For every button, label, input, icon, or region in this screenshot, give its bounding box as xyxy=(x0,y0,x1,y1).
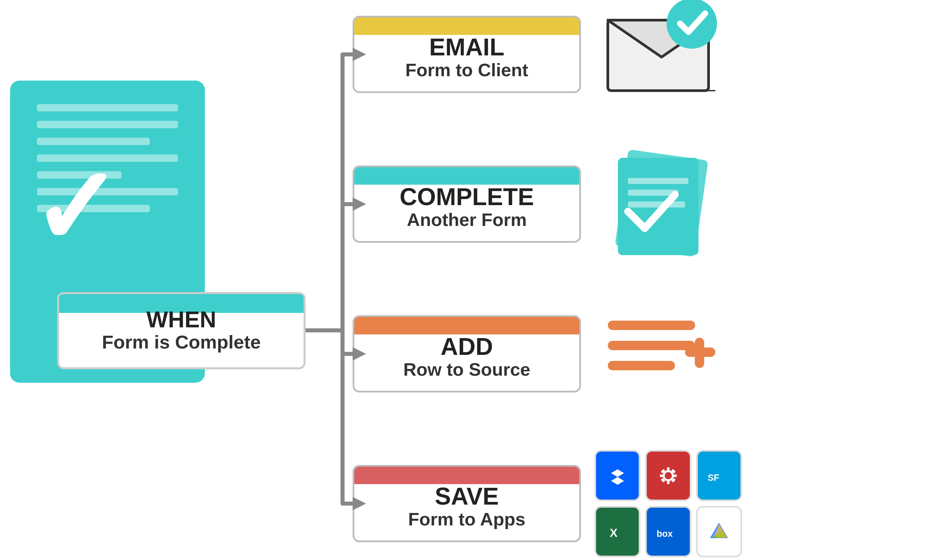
complete-box-content: COMPLETE Another Form xyxy=(400,174,534,241)
save-apps-icon: SF X box xyxy=(594,450,742,557)
excel-icon: X xyxy=(594,506,640,557)
forms-icon xyxy=(601,148,722,258)
svg-rect-19 xyxy=(608,321,695,330)
svg-rect-18 xyxy=(628,202,685,208)
when-label-bottom: Form is Complete xyxy=(102,331,261,353)
add-label-bottom: Row to Source xyxy=(403,358,530,380)
svg-rect-26 xyxy=(667,467,670,471)
svg-point-25 xyxy=(664,471,673,480)
svg-marker-24 xyxy=(611,469,624,485)
complete-label-bottom: Another Form xyxy=(407,209,526,231)
complete-icon xyxy=(601,148,722,258)
when-box: WHEN Form is Complete xyxy=(57,292,306,369)
email-action-box[interactable]: EMAIL Form to Client xyxy=(352,16,581,93)
checkmark-icon: ✓ xyxy=(30,154,120,262)
form-line xyxy=(37,121,178,128)
workflow-icon xyxy=(645,450,691,501)
save-action-box[interactable]: SAVE Form to Apps xyxy=(352,465,581,542)
add-action-box[interactable]: ADD Row to Source xyxy=(352,315,581,392)
when-box-content: WHEN Form is Complete xyxy=(102,294,261,367)
svg-rect-21 xyxy=(608,361,675,370)
svg-rect-20 xyxy=(608,341,695,350)
email-label-bottom: Form to Client xyxy=(405,59,528,81)
add-box-content: ADD Row to Source xyxy=(403,324,530,391)
main-canvas: ✓ WHEN Form is Complete EMAIL Form to Cl… xyxy=(0,0,949,560)
add-label-top: ADD xyxy=(441,334,493,358)
svg-text:X: X xyxy=(609,526,617,539)
when-label-top: WHEN xyxy=(146,308,216,331)
dropbox-icon xyxy=(594,450,640,501)
complete-action-box[interactable]: COMPLETE Another Form xyxy=(352,166,581,243)
svg-rect-29 xyxy=(673,474,677,477)
svg-text:SF: SF xyxy=(708,472,719,482)
save-label-top: SAVE xyxy=(435,484,499,508)
box-icon: box xyxy=(645,506,691,557)
complete-label-top: COMPLETE xyxy=(400,185,534,209)
save-box-content: SAVE Form to Apps xyxy=(408,473,526,540)
svg-rect-27 xyxy=(667,480,670,484)
save-label-bottom: Form to Apps xyxy=(408,508,526,530)
add-row-icon xyxy=(601,300,722,408)
envelope-icon xyxy=(604,0,718,104)
salesforce-icon: SF xyxy=(696,450,742,501)
email-box-content: EMAIL Form to Client xyxy=(405,24,528,91)
svg-rect-28 xyxy=(660,474,664,477)
email-label-top: EMAIL xyxy=(429,35,504,59)
form-line xyxy=(37,104,178,111)
addrow-svg-icon xyxy=(601,300,722,408)
svg-rect-23 xyxy=(695,338,704,368)
email-icon xyxy=(604,0,718,104)
apps-grid: SF X box xyxy=(594,450,742,557)
svg-text:box: box xyxy=(657,529,673,539)
form-line xyxy=(37,138,150,145)
svg-rect-16 xyxy=(628,178,688,184)
drive-icon xyxy=(696,506,742,557)
